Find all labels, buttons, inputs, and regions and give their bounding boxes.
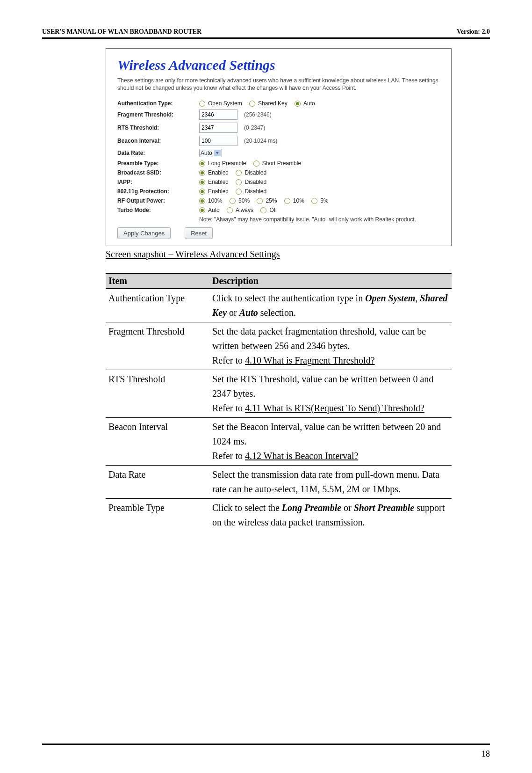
turbo-mode-label: Turbo Mode: bbox=[117, 207, 199, 213]
radio-rf-10[interactable] bbox=[284, 198, 290, 204]
desc-cell: Click to select the authentication type … bbox=[209, 289, 452, 322]
radio-rf-100[interactable] bbox=[199, 198, 205, 204]
option-prot-enabled: Enabled bbox=[208, 188, 229, 195]
preamble-type-label: Preamble Type: bbox=[117, 160, 199, 167]
table-row: Data Rate Select the transmission data r… bbox=[106, 466, 452, 499]
option-rf-5: 5% bbox=[320, 197, 328, 204]
option-rf-100: 100% bbox=[208, 197, 223, 204]
panel-description: These settings are only for more technic… bbox=[117, 77, 440, 92]
radio-rf-5[interactable] bbox=[311, 198, 317, 204]
radio-prot-enabled[interactable] bbox=[199, 189, 205, 195]
option-turbo-always: Always bbox=[236, 207, 253, 213]
table-row: RTS Threshold Set the RTS Threshold, val… bbox=[106, 370, 452, 418]
option-auto: Auto bbox=[303, 100, 315, 107]
protection-label: 802.11g Protection: bbox=[117, 188, 199, 195]
table-row: Preamble Type Click to select the Long P… bbox=[106, 499, 452, 532]
radio-rf-25[interactable] bbox=[257, 198, 263, 204]
desc-cell: Click to select the Long Preamble or Sho… bbox=[209, 499, 452, 532]
option-iapp-enabled: Enabled bbox=[208, 179, 229, 185]
rts-threshold-label: RTS Threshold: bbox=[117, 124, 199, 131]
item-cell: Preamble Type bbox=[106, 499, 209, 532]
iapp-label: IAPP: bbox=[117, 179, 199, 185]
chevron-down-icon: ▼ bbox=[214, 150, 221, 156]
radio-open-system[interactable] bbox=[199, 101, 205, 107]
option-short-preamble: Short Preamble bbox=[262, 160, 301, 167]
option-prot-disabled: Disabled bbox=[244, 188, 266, 195]
radio-rf-50[interactable] bbox=[230, 198, 236, 204]
link-rts[interactable]: 4.11 What is RTS(Request To Send) Thresh… bbox=[245, 403, 424, 413]
screenshot-caption: Screen snapshot – Wireless Advanced Sett… bbox=[106, 249, 490, 260]
item-cell: RTS Threshold bbox=[106, 370, 209, 418]
option-bssid-enabled: Enabled bbox=[208, 169, 229, 176]
item-cell: Data Rate bbox=[106, 466, 209, 499]
data-rate-value: Auto bbox=[201, 150, 212, 156]
option-turbo-off: Off bbox=[269, 207, 277, 213]
radio-iapp-enabled[interactable] bbox=[199, 179, 205, 185]
screenshot-panel: Wireless Advanced Settings These setting… bbox=[106, 48, 452, 246]
option-open-system: Open System bbox=[208, 100, 242, 107]
desc-cell: Set the RTS Threshold, value can be writ… bbox=[209, 370, 452, 418]
radio-bssid-enabled[interactable] bbox=[199, 170, 205, 176]
table-row: Fragment Threshold Set the data packet f… bbox=[106, 322, 452, 370]
rf-power-label: RF Output Power: bbox=[117, 197, 199, 204]
description-table: Item Description Authentication Type Cli… bbox=[106, 273, 452, 532]
data-rate-select[interactable]: Auto ▼ bbox=[199, 149, 222, 157]
header-rule bbox=[42, 37, 490, 39]
option-rf-25: 25% bbox=[266, 197, 277, 204]
rts-threshold-input[interactable] bbox=[199, 123, 237, 133]
col-item: Item bbox=[106, 273, 209, 289]
radio-prot-disabled[interactable] bbox=[236, 189, 242, 195]
table-row: Authentication Type Click to select the … bbox=[106, 289, 452, 322]
fragment-threshold-input[interactable] bbox=[199, 109, 237, 120]
option-iapp-disabled: Disabled bbox=[244, 179, 266, 185]
col-description: Description bbox=[209, 273, 452, 289]
broadcast-ssid-label: Broadcast SSID: bbox=[117, 169, 199, 176]
fragment-range: (256-2346) bbox=[244, 111, 272, 118]
beacon-interval-input[interactable] bbox=[199, 136, 237, 146]
option-shared-key: Shared Key bbox=[258, 100, 288, 107]
desc-cell: Set the Beacon Interval, value can be wr… bbox=[209, 418, 452, 466]
auth-type-label: Authentication Type: bbox=[117, 100, 199, 107]
beacon-range: (20-1024 ms) bbox=[244, 138, 277, 144]
radio-iapp-disabled[interactable] bbox=[236, 179, 242, 185]
radio-turbo-off[interactable] bbox=[260, 207, 266, 213]
desc-cell: Set the data packet fragmentation thresh… bbox=[209, 322, 452, 370]
radio-shared-key[interactable] bbox=[249, 101, 255, 107]
option-bssid-disabled: Disabled bbox=[244, 169, 266, 176]
fragment-threshold-label: Fragment Threshold: bbox=[117, 111, 199, 118]
panel-title: Wireless Advanced Settings bbox=[117, 57, 440, 73]
item-cell: Authentication Type bbox=[106, 289, 209, 322]
header-right: Version: 2.0 bbox=[457, 28, 490, 36]
turbo-note: Note: "Always" may have compatibility is… bbox=[199, 216, 440, 223]
radio-turbo-always[interactable] bbox=[227, 207, 233, 213]
reset-button[interactable]: Reset bbox=[185, 227, 213, 239]
option-turbo-auto: Auto bbox=[208, 207, 220, 213]
rts-range: (0-2347) bbox=[244, 124, 265, 131]
table-row: Beacon Interval Set the Beacon Interval,… bbox=[106, 418, 452, 466]
apply-changes-button[interactable]: Apply Changes bbox=[117, 227, 171, 239]
link-beacon[interactable]: 4.12 What is Beacon Interval? bbox=[245, 451, 358, 461]
option-long-preamble: Long Preamble bbox=[208, 160, 246, 167]
item-cell: Beacon Interval bbox=[106, 418, 209, 466]
radio-auto[interactable] bbox=[295, 101, 301, 107]
footer-rule bbox=[42, 744, 490, 745]
radio-long-preamble[interactable] bbox=[199, 160, 205, 167]
desc-cell: Select the transmission data rate from p… bbox=[209, 466, 452, 499]
option-rf-50: 50% bbox=[238, 197, 250, 204]
radio-turbo-auto[interactable] bbox=[199, 207, 205, 213]
radio-short-preamble[interactable] bbox=[253, 160, 259, 167]
link-fragment[interactable]: 4.10 What is Fragment Threshold? bbox=[245, 355, 375, 365]
option-rf-10: 10% bbox=[293, 197, 304, 204]
beacon-interval-label: Beacon Interval: bbox=[117, 138, 199, 144]
page-number: 18 bbox=[482, 749, 490, 759]
header-left: USER'S MANUAL OF WLAN BROADBAND ROUTER bbox=[42, 28, 201, 36]
item-cell: Fragment Threshold bbox=[106, 322, 209, 370]
data-rate-label: Data Rate: bbox=[117, 150, 199, 156]
radio-bssid-disabled[interactable] bbox=[236, 170, 242, 176]
